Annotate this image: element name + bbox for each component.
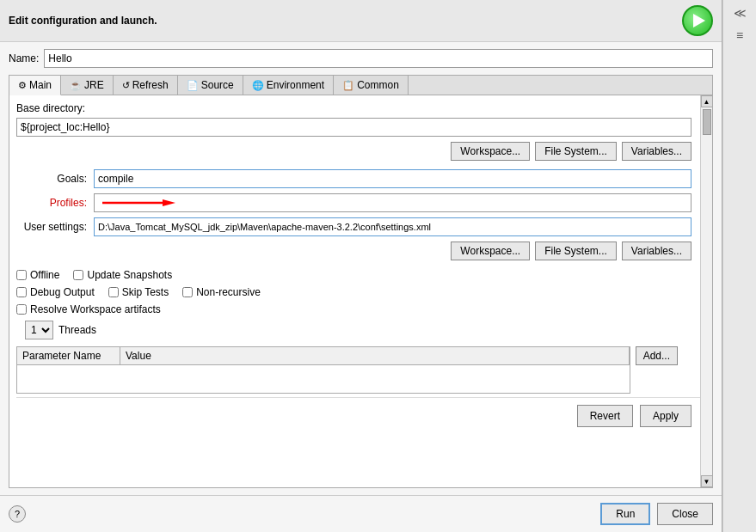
skip-tests-label: Skip Tests xyxy=(122,286,169,298)
tab-source-label: Source xyxy=(201,79,234,91)
name-label: Name: xyxy=(9,52,39,64)
revert-button[interactable]: Revert xyxy=(577,405,633,427)
offline-checkbox-item[interactable]: Offline xyxy=(16,269,59,281)
file-system-btn-bottom[interactable]: File System... xyxy=(535,242,617,260)
main-tab-icon: ⚙ xyxy=(18,80,27,91)
tab-jre[interactable]: ☕ JRE xyxy=(61,76,114,95)
update-snapshots-checkbox[interactable] xyxy=(73,270,83,280)
common-tab-icon: 📋 xyxy=(342,80,354,91)
debug-output-label: Debug Output xyxy=(30,286,95,298)
param-col-value: Value xyxy=(120,347,630,364)
source-tab-icon: 📄 xyxy=(187,80,199,91)
variables-btn-top[interactable]: Variables... xyxy=(622,142,691,161)
help-button[interactable]: ? xyxy=(9,505,26,523)
add-button[interactable]: Add... xyxy=(636,346,678,365)
tab-jre-label: JRE xyxy=(84,79,104,91)
side-panel: ≪ ≡ xyxy=(722,0,756,532)
profiles-label: Profiles: xyxy=(16,197,94,209)
close-button[interactable]: Close xyxy=(657,503,713,525)
side-menu-icon[interactable]: ≡ xyxy=(730,26,749,45)
footer-left: ? xyxy=(9,505,26,523)
non-recursive-label: Non-recursive xyxy=(196,286,261,298)
scroll-up-arrow[interactable]: ▲ xyxy=(701,95,713,107)
tab-source[interactable]: 📄 Source xyxy=(178,76,243,95)
base-dir-label: Base directory: xyxy=(16,102,691,114)
threads-select[interactable]: 1 2 4 8 xyxy=(25,321,53,339)
scroll-down-arrow[interactable]: ▼ xyxy=(701,475,713,487)
skip-tests-checkbox[interactable] xyxy=(108,287,119,297)
side-minimize-icon[interactable]: ≪ xyxy=(730,3,749,22)
skip-tests-checkbox-item[interactable]: Skip Tests xyxy=(108,286,169,298)
tab-environment-label: Environment xyxy=(267,79,324,91)
profiles-row: Profiles: xyxy=(16,193,691,212)
param-header-row: Parameter Name Value xyxy=(17,347,630,365)
non-recursive-checkbox-item[interactable]: Non-recursive xyxy=(182,286,261,298)
non-recursive-checkbox[interactable] xyxy=(182,287,193,297)
jre-tab-icon: ☕ xyxy=(70,80,82,91)
goals-input[interactable] xyxy=(94,169,691,188)
base-dir-input[interactable] xyxy=(16,118,691,137)
footer-right: Run Close xyxy=(600,503,713,525)
update-snapshots-label: Update Snapshots xyxy=(87,269,172,281)
tab-environment[interactable]: 🌐 Environment xyxy=(243,76,334,95)
user-settings-label: User settings: xyxy=(16,221,94,233)
workspace-btn-top[interactable]: Workspace... xyxy=(451,142,530,161)
goals-label: Goals: xyxy=(16,173,94,185)
name-input[interactable] xyxy=(44,49,713,68)
play-icon xyxy=(693,14,705,28)
profiles-input[interactable] xyxy=(94,193,691,212)
user-settings-row: User settings: xyxy=(16,217,691,236)
goals-row: Goals: xyxy=(16,169,691,188)
workspace-btn-bottom[interactable]: Workspace... xyxy=(451,242,530,260)
header-title: Edit configuration and launch. xyxy=(9,15,157,27)
checkbox-row-3: Resolve Workspace artifacts xyxy=(16,303,691,315)
param-table: Parameter Name Value xyxy=(16,346,630,394)
debug-output-checkbox-item[interactable]: Debug Output xyxy=(16,286,95,298)
tab-main[interactable]: ⚙ Main xyxy=(9,76,61,95)
tab-refresh[interactable]: ↺ Refresh xyxy=(114,76,178,95)
variables-btn-bottom[interactable]: Variables... xyxy=(622,242,691,260)
tab-common[interactable]: 📋 Common xyxy=(334,76,409,95)
content-box: ▲ ▼ Base directory: Workspace... File Sy… xyxy=(9,95,713,488)
bottom-btn-row: Workspace... File System... Variables... xyxy=(16,242,691,260)
top-btn-row: Workspace... File System... Variables... xyxy=(16,142,691,161)
offline-checkbox[interactable] xyxy=(16,270,27,280)
resolve-workspace-checkbox-item[interactable]: Resolve Workspace artifacts xyxy=(16,303,161,315)
scrollbar[interactable]: ▲ ▼ xyxy=(700,95,712,487)
scroll-thumb[interactable] xyxy=(703,109,711,135)
tabs-bar: ⚙ Main ☕ JRE ↺ Refresh 📄 Source 🌐 Enviro… xyxy=(9,75,713,95)
checkbox-row-1: Offline Update Snapshots xyxy=(16,269,691,281)
resolve-workspace-label: Resolve Workspace artifacts xyxy=(30,303,161,315)
play-button[interactable] xyxy=(682,5,713,36)
user-settings-input[interactable] xyxy=(94,217,691,236)
tab-refresh-label: Refresh xyxy=(132,79,169,91)
file-system-btn-top[interactable]: File System... xyxy=(535,142,617,161)
tab-main-label: Main xyxy=(29,79,52,91)
run-button[interactable]: Run xyxy=(600,503,650,525)
action-buttons-row: Revert Apply xyxy=(16,397,705,434)
tab-common-label: Common xyxy=(357,79,399,91)
param-col-name: Parameter Name xyxy=(17,347,120,364)
header-bar: Edit configuration and launch. xyxy=(0,0,722,42)
dialog-area: Name: ⚙ Main ☕ JRE ↺ Refresh 📄 Source 🌐 xyxy=(0,42,722,495)
apply-button[interactable]: Apply xyxy=(640,405,691,427)
checkbox-row-2: Debug Output Skip Tests Non-recursive xyxy=(16,286,691,298)
dialog-footer: ? Run Close xyxy=(0,495,722,532)
field-section: Base directory: Workspace... File System… xyxy=(16,102,705,394)
param-section: Parameter Name Value Add... xyxy=(16,346,678,394)
offline-label: Offline xyxy=(30,269,59,281)
threads-row: 1 2 4 8 Threads xyxy=(25,321,691,339)
name-row: Name: xyxy=(9,49,713,68)
refresh-tab-icon: ↺ xyxy=(122,80,130,91)
env-tab-icon: 🌐 xyxy=(252,80,264,91)
debug-output-checkbox[interactable] xyxy=(16,287,27,297)
threads-label: Threads xyxy=(58,324,96,336)
resolve-workspace-checkbox[interactable] xyxy=(16,304,27,315)
update-snapshots-checkbox-item[interactable]: Update Snapshots xyxy=(73,269,172,281)
